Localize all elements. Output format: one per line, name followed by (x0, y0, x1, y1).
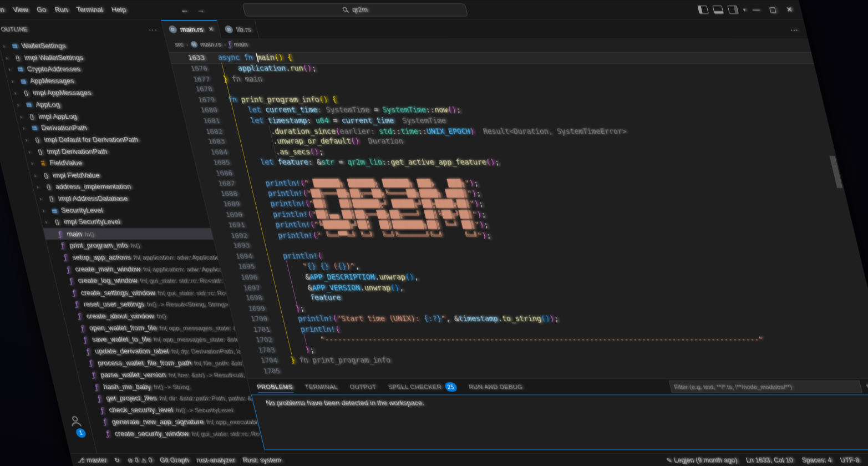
outline-item-impl-walletsettings[interactable]: ›{}impl WalletSettings (1, 52, 171, 63)
accounts-icon[interactable] (67, 414, 84, 428)
line-number[interactable]: 1692 (212, 231, 249, 241)
tab-close-icon[interactable]: ✕ (207, 26, 214, 33)
status-blame[interactable]: ✎Legjen (9 month ago) (666, 457, 738, 464)
outline-item-create-about-window[interactable]: ƒcreate_about_windowfn() (63, 310, 233, 322)
line-number[interactable]: 1686 (197, 168, 234, 179)
line-number[interactable]: 1689 (204, 199, 241, 210)
outline-item-save-wallet-to-file[interactable]: ƒsave_wallet_to_filefn( app_messages_sta… (68, 334, 238, 346)
line-number[interactable]: 1683 (189, 136, 226, 147)
outline-item-setup-app-actions[interactable]: ƒsetup_app_actionsfn( application: adw::… (49, 251, 219, 263)
maximize-button[interactable]: ▢ (764, 4, 781, 15)
line-number[interactable]: 1684 (192, 147, 229, 158)
menu-terminal[interactable]: Terminal (71, 6, 108, 14)
outline-item-create-settings-window[interactable]: ƒcreate_settings_windowfn( gui_state: st… (57, 287, 227, 298)
line-number[interactable]: 1694 (217, 251, 254, 262)
code-line-1694[interactable]: 1694 println!( (217, 251, 862, 262)
outline-item-hash-me-baby[interactable]: ƒhash_me_babyfn() -> String (80, 381, 250, 392)
code-line-1633[interactable]: 1633async fn main() { (169, 52, 814, 64)
code-line-1693[interactable]: 1693 (214, 241, 859, 251)
outline-item-impl-default-for-derivationpath[interactable]: ›{}impl Default for DerivationPath (21, 134, 191, 146)
toggle-panel-icon[interactable] (713, 6, 724, 14)
line-number[interactable]: 1705 (244, 366, 281, 377)
code-line-1686[interactable]: 1686 (197, 168, 842, 179)
outline-item-parse-wallet-version[interactable]: ƒparse_wallet_versionfn( line: &str) -> … (77, 369, 247, 381)
outline-item-appmessages[interactable]: ›▤AppMessages (7, 75, 177, 87)
line-number[interactable]: 1679 (179, 95, 216, 105)
outline-item-open-wallet-from-file[interactable]: ƒopen_wallet_from_filefn( app_messages_s… (65, 322, 236, 334)
outline-item-impl-derivationpath[interactable]: ›{}impl DerivationPath (23, 146, 194, 158)
line-number[interactable]: 1676 (172, 64, 209, 74)
more-actions-icon[interactable]: ··· (148, 26, 159, 34)
line-number[interactable]: 1703 (239, 345, 276, 356)
toggle-primary-sidebar-icon[interactable] (698, 6, 709, 14)
outline-item-reset-user-settings[interactable]: ƒreset_user_settingsfn() -> Result<Strin… (60, 298, 230, 310)
outline-item-derivationpath[interactable]: ›▤DerivationPath (18, 122, 188, 134)
line-number[interactable]: 1698 (227, 293, 264, 303)
code-line-1689[interactable]: 1689 println!("██║ ██║██████╔╝ █████╔╝██… (204, 199, 849, 210)
code-line-1692[interactable]: 1692 println!(" ╚══▀▀═╝ ╚═╝ ╚═╝╚══════╝╚… (212, 231, 857, 241)
breadcrumb-item-src[interactable]: src (174, 41, 184, 48)
code-line-1703[interactable]: 1703 ); (239, 345, 868, 356)
outline-item-walletsettings[interactable]: ›▤WalletSettings (0, 40, 168, 52)
customize-layout-icon[interactable]: ▾ (742, 7, 746, 13)
problems-filter-input[interactable]: Filter (e.g. text, **/*.ts, !**/node_mod… (669, 381, 862, 393)
code-line-1679[interactable]: 1679fn print_program_info() { (179, 95, 824, 105)
outline-item-address-implementation[interactable]: ›{}address_implementation (32, 181, 202, 193)
code-line-1687[interactable]: 1687 println!(" ██████╗ ██████╗ ██████╗ … (199, 179, 844, 189)
code-line-1685[interactable]: 1685 let feature: &str = qr2m_lib::get_a… (194, 158, 839, 168)
status-sync[interactable]: ↻ (114, 457, 120, 464)
menu-help[interactable]: Help (106, 6, 131, 14)
outline-item-impl-appmessages[interactable]: ›{}impl AppMessages (9, 87, 180, 99)
status-git-graph[interactable]: Git Graph (159, 457, 190, 464)
outline-item-check-security-level[interactable]: ƒcheck_security_levelfn() -> SecurityLev… (85, 404, 256, 416)
tab-lib-rs[interactable]: Rlib.rs (217, 20, 259, 38)
line-number[interactable]: 1701 (234, 325, 271, 335)
code-line-1684[interactable]: 1684 .as_secs(); (192, 147, 837, 158)
code-line-1680[interactable]: 1680 let current_time: SystemTime = Syst… (182, 105, 827, 116)
editor-more-actions-icon[interactable]: ··· (789, 25, 799, 34)
menu-view[interactable]: View (8, 6, 33, 14)
outline-item-securitylevel[interactable]: ›▤SecurityLevel (37, 205, 207, 216)
panel-tab-output[interactable]: OUTPUT (348, 379, 378, 394)
outline-item-applog[interactable]: ›▤AppLog (12, 99, 182, 110)
line-number[interactable]: 1681 (184, 116, 221, 126)
line-number[interactable]: 1685 (194, 158, 231, 168)
toggle-secondary-sidebar-icon[interactable] (728, 6, 739, 14)
code-line-1677[interactable]: 1677} fn main (174, 74, 819, 85)
line-number[interactable]: 1696 (222, 272, 259, 283)
code-line-1681[interactable]: 1681 let timestamp: u64 = current_time S… (184, 116, 829, 126)
breadcrumb-item-main-rs[interactable]: main.rs (199, 41, 222, 48)
outline-item-print-program-info[interactable]: ƒprint_program_infofn() (46, 240, 216, 251)
line-number[interactable]: 1704 (242, 356, 279, 366)
outline-item-impl-securitylevel[interactable]: ›{}impl SecurityLevel (40, 216, 211, 228)
outline-item-cryptoaddresses[interactable]: ›▤CryptoAddresses (3, 63, 174, 75)
status-rust-analyzer[interactable]: rust-analyzer (196, 457, 236, 464)
outline-item-create-security-window[interactable]: ƒcreate_security_windowfn( gui_state: st… (91, 428, 261, 439)
status-git-branch[interactable]: ⎇master (77, 457, 108, 464)
line-number[interactable]: 1687 (199, 179, 236, 189)
status-problems-summary[interactable]: ⊘0⚠0 (126, 457, 153, 464)
line-number[interactable]: 1678 (177, 84, 214, 95)
code-line-1702[interactable]: 1702 "----------------------------------… (237, 335, 868, 346)
code-line-1704[interactable]: 1704} fn print_program_info (242, 356, 868, 366)
outline-item-create-main-window[interactable]: ƒcreate_main_windowfn( application: adw:… (52, 264, 222, 275)
code-line-1691[interactable]: 1691 println!("╚██████╔╝██║ ██║███████╗█… (209, 220, 854, 231)
line-number[interactable]: 1691 (209, 220, 246, 231)
code-line-1698[interactable]: 1698 feature (227, 293, 868, 303)
outline-item-process-wallet-file-from-path[interactable]: ƒprocess_wallet_file_from_pathfn( file_p… (74, 357, 245, 369)
outline-item-main[interactable]: ƒmainfn() (43, 228, 214, 240)
outline-item-fieldvalue[interactable]: ›ΞFieldValue (26, 158, 196, 169)
code-line-1701[interactable]: 1701 println!( (234, 325, 868, 335)
menu-go[interactable]: Go (32, 6, 52, 14)
outline-item-impl-addressdatabase[interactable]: ›{}impl AddressDatabase (34, 193, 205, 204)
panel-tab-run-and-debug[interactable]: RUN AND DEBUG (467, 379, 525, 394)
tab-main-rs[interactable]: Rmain.rs✕ (161, 20, 222, 38)
code-line-1700[interactable]: 1700 println!("Start time (UNIX): {:?}",… (232, 314, 868, 325)
menu-run[interactable]: Run (49, 6, 73, 14)
line-number[interactable]: 1699 (229, 303, 266, 314)
nav-forward-icon[interactable]: → (195, 5, 206, 14)
panel-tab-problems[interactable]: PROBLEMS (255, 379, 295, 394)
line-number[interactable]: 1700 (232, 314, 269, 325)
outline-item-generate-new-app-signature[interactable]: ƒgenerate_new_app_signaturefn( app_execu… (88, 416, 258, 428)
line-number[interactable]: 1695 (219, 262, 256, 272)
